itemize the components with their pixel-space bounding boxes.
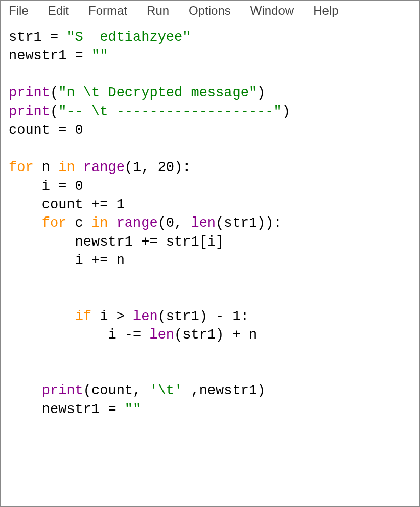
code-line: i = 0 xyxy=(9,179,83,194)
code-line: print("-- \t -------------------") xyxy=(9,104,290,119)
code-line: newstr1 = "" xyxy=(9,402,141,417)
menu-bar: File Edit Format Run Options Window Help xyxy=(1,1,419,22)
code-editor[interactable]: str1 = "S edtiahzyee" newstr1 = "" print… xyxy=(1,22,419,424)
menu-options[interactable]: Options xyxy=(180,2,242,21)
menu-run[interactable]: Run xyxy=(138,2,180,21)
code-line: if i > len(str1) - 1: xyxy=(9,309,249,324)
code-line: print(count, '\t' ,newstr1) xyxy=(9,383,265,398)
code-line: print("n \t Decrypted message") xyxy=(9,85,265,101)
code-line: count += 1 xyxy=(9,197,125,212)
code-line: i += n xyxy=(9,253,125,268)
code-line: i -= len(str1) + n xyxy=(9,327,257,343)
menu-format[interactable]: Format xyxy=(80,2,138,21)
code-line: str1 = "S edtiahzyee" xyxy=(9,30,191,45)
code-line: newstr1 += str1[i] xyxy=(9,234,224,250)
code-line: for c in range(0, len(str1)): xyxy=(9,215,282,231)
code-line: count = 0 xyxy=(9,123,83,138)
menu-help[interactable]: Help xyxy=(305,2,349,21)
menu-edit[interactable]: Edit xyxy=(40,2,80,21)
menu-file[interactable]: File xyxy=(1,2,40,21)
code-line: newstr1 = "" xyxy=(9,48,108,63)
menu-window[interactable]: Window xyxy=(242,2,305,21)
code-line: for n in range(1, 20): xyxy=(9,160,191,175)
